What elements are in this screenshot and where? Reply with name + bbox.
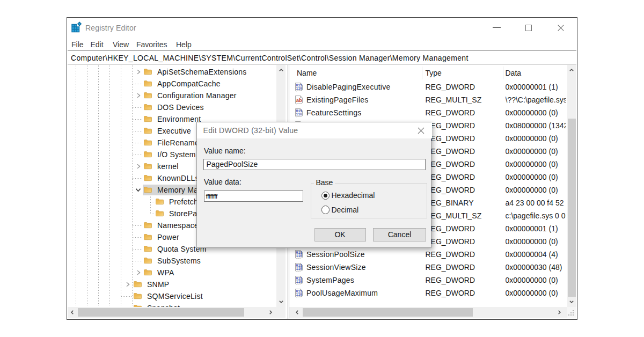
svg-text:110: 110 xyxy=(296,293,303,297)
svg-text:110: 110 xyxy=(296,254,303,258)
svg-text:110: 110 xyxy=(296,280,303,284)
svg-text:ab: ab xyxy=(296,97,302,103)
svg-text:110: 110 xyxy=(296,267,303,271)
svg-text:110: 110 xyxy=(296,87,303,91)
svg-text:110: 110 xyxy=(296,113,303,116)
